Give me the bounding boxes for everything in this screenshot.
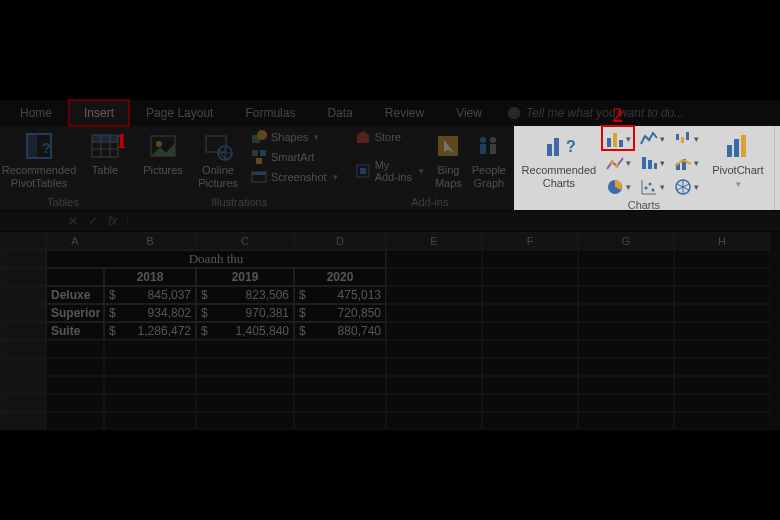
- col-header-b[interactable]: B: [104, 232, 196, 250]
- people-graph-button[interactable]: People Graph: [471, 128, 507, 189]
- screenshot-button[interactable]: Screenshot▾: [249, 168, 340, 186]
- tab-view[interactable]: View: [440, 99, 498, 127]
- svg-rect-15: [252, 150, 258, 156]
- tab-home[interactable]: Home: [4, 99, 68, 127]
- svg-rect-16: [260, 150, 266, 156]
- enter-icon[interactable]: ✓: [88, 214, 98, 228]
- fx-icon[interactable]: fx: [108, 214, 117, 228]
- tab-review[interactable]: Review: [369, 99, 440, 127]
- bing-maps-label: Bing Maps: [435, 164, 462, 189]
- col-header-g[interactable]: G: [578, 232, 674, 250]
- people-graph-label: People Graph: [472, 164, 506, 189]
- svg-rect-37: [686, 132, 689, 140]
- people-graph-icon: [473, 130, 505, 162]
- col-header-e[interactable]: E: [386, 232, 482, 250]
- tab-data[interactable]: Data: [311, 99, 368, 127]
- row-header[interactable]: [0, 304, 46, 322]
- insert-surface-chart-button[interactable]: ▾: [672, 176, 702, 198]
- svg-rect-8: [92, 135, 118, 142]
- group-addins-label: Add-ins: [353, 195, 507, 210]
- insert-combo-chart-button[interactable]: ▾: [672, 152, 702, 174]
- col-header-f[interactable]: F: [482, 232, 578, 250]
- pivotchart-icon: [722, 130, 754, 162]
- insert-column-chart-button[interactable]: ▾: [604, 128, 634, 150]
- col-header-c[interactable]: C: [196, 232, 294, 250]
- svg-text:?: ?: [566, 138, 575, 155]
- recommended-charts-icon: ?: [543, 130, 575, 162]
- dropdown-icon: ▾: [736, 179, 741, 189]
- row-header[interactable]: [0, 250, 46, 268]
- table-row: Suite $1,286,472 $1,405,840 $880,740: [0, 322, 780, 340]
- row-header[interactable]: [0, 322, 46, 340]
- tab-insert[interactable]: Insert: [68, 99, 130, 127]
- column-headers: A B C D E F G H: [0, 232, 780, 250]
- annotation-highlight-box: [601, 125, 635, 151]
- ribbon-tabs: Home Insert Page Layout Formulas Data Re…: [0, 100, 780, 126]
- svg-point-27: [490, 137, 496, 143]
- col-header-a[interactable]: A: [46, 232, 104, 250]
- my-addins-button[interactable]: My Add-ins▾: [353, 158, 426, 184]
- svg-rect-40: [642, 157, 646, 169]
- tab-formulas[interactable]: Formulas: [229, 99, 311, 127]
- shapes-button[interactable]: Shapes▾: [249, 128, 340, 146]
- tell-me-search[interactable]: Tell me what you want to do...: [508, 106, 684, 120]
- svg-point-39: [615, 164, 619, 168]
- svg-rect-19: [252, 172, 266, 175]
- dropdown-icon: ▾: [314, 132, 319, 142]
- screenshot-icon: [251, 169, 267, 185]
- tab-page-layout[interactable]: Page Layout: [130, 99, 229, 127]
- col-header-d[interactable]: D: [294, 232, 386, 250]
- cancel-icon[interactable]: ✕: [68, 214, 78, 228]
- insert-pie-chart-button[interactable]: ▾: [604, 176, 634, 198]
- group-charts-label: Charts: [520, 198, 768, 213]
- insert-line-chart-button[interactable]: ▾: [604, 152, 634, 174]
- svg-rect-30: [554, 138, 559, 156]
- recommended-pivottables-button[interactable]: ? Recommended PivotTables: [0, 128, 78, 189]
- svg-rect-29: [547, 144, 552, 156]
- title-cell[interactable]: Doanh thu: [46, 250, 386, 268]
- store-icon: [355, 129, 371, 145]
- recommended-pivottables-label: Recommended PivotTables: [2, 164, 77, 189]
- col-header-h[interactable]: H: [674, 232, 770, 250]
- svg-text:?: ?: [42, 140, 51, 156]
- pictures-label: Pictures: [143, 164, 183, 177]
- row-header[interactable]: [0, 286, 46, 304]
- annotation-marker-1: 1: [116, 128, 127, 154]
- shapes-icon: [251, 129, 267, 145]
- svg-point-49: [649, 183, 652, 186]
- illustrations-small-col: Shapes▾ SmartArt Screenshot▾: [249, 128, 340, 186]
- smartart-button[interactable]: SmartArt: [249, 148, 340, 166]
- store-button[interactable]: Store: [353, 128, 426, 146]
- addins-icon: [355, 163, 371, 179]
- svg-rect-26: [480, 144, 486, 154]
- group-tours: 3D Map ▾ Tours: [775, 126, 780, 210]
- insert-waterfall-chart-button[interactable]: ▾: [672, 128, 702, 150]
- svg-point-25: [480, 137, 486, 143]
- group-addins: Store My Add-ins▾ Bing Maps People Graph…: [347, 126, 514, 210]
- group-illustrations-label: Illustrations: [139, 195, 340, 210]
- annotation-marker-2: 2: [612, 102, 623, 128]
- row-header[interactable]: [0, 268, 46, 286]
- pictures-icon: [147, 130, 179, 162]
- pivotchart-button[interactable]: PivotChart ▾: [708, 128, 768, 189]
- bing-maps-button[interactable]: Bing Maps: [432, 128, 465, 189]
- recommended-charts-button[interactable]: ? Recommended Charts: [520, 128, 598, 189]
- svg-rect-42: [654, 163, 657, 169]
- online-pictures-button[interactable]: Online Pictures: [193, 128, 243, 189]
- worksheet[interactable]: A B C D E F G H Doanh thu 2018 2019 2020: [0, 232, 780, 430]
- insert-hierarchy-chart-button[interactable]: ▾: [638, 128, 668, 150]
- select-all-corner[interactable]: [0, 232, 46, 250]
- insert-scatter-chart-button[interactable]: ▾: [638, 176, 668, 198]
- table-label: Table: [92, 164, 118, 177]
- tell-me-placeholder: Tell me what you want to do...: [526, 106, 684, 120]
- svg-rect-28: [490, 144, 496, 154]
- svg-rect-20: [357, 135, 369, 143]
- insert-statistic-chart-button[interactable]: ▾: [638, 152, 668, 174]
- svg-point-10: [156, 141, 162, 147]
- svg-rect-55: [727, 145, 732, 157]
- table-row: Superior $934,802 $970,381 $720,850: [0, 304, 780, 322]
- svg-rect-11: [206, 136, 226, 152]
- group-tables: ? Recommended PivotTables Table Tables: [0, 126, 133, 210]
- pictures-button[interactable]: Pictures: [139, 128, 187, 177]
- lightbulb-icon: [508, 107, 520, 119]
